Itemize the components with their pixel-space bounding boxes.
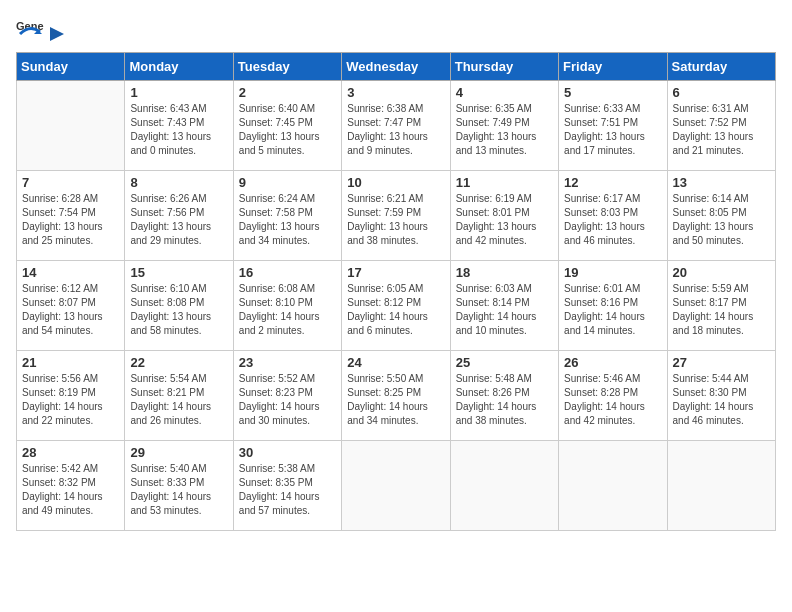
- calendar-cell: 16Sunrise: 6:08 AM Sunset: 8:10 PM Dayli…: [233, 261, 341, 351]
- day-info: Sunrise: 5:54 AM Sunset: 8:21 PM Dayligh…: [130, 372, 227, 428]
- day-info: Sunrise: 6:12 AM Sunset: 8:07 PM Dayligh…: [22, 282, 119, 338]
- day-info: Sunrise: 6:43 AM Sunset: 7:43 PM Dayligh…: [130, 102, 227, 158]
- day-number: 6: [673, 85, 770, 100]
- day-number: 28: [22, 445, 119, 460]
- calendar-cell: 9Sunrise: 6:24 AM Sunset: 7:58 PM Daylig…: [233, 171, 341, 261]
- day-number: 12: [564, 175, 661, 190]
- day-info: Sunrise: 6:24 AM Sunset: 7:58 PM Dayligh…: [239, 192, 336, 248]
- calendar-cell: 18Sunrise: 6:03 AM Sunset: 8:14 PM Dayli…: [450, 261, 558, 351]
- calendar-cell: 13Sunrise: 6:14 AM Sunset: 8:05 PM Dayli…: [667, 171, 775, 261]
- day-number: 22: [130, 355, 227, 370]
- day-info: Sunrise: 6:19 AM Sunset: 8:01 PM Dayligh…: [456, 192, 553, 248]
- day-info: Sunrise: 6:40 AM Sunset: 7:45 PM Dayligh…: [239, 102, 336, 158]
- calendar-cell: 17Sunrise: 6:05 AM Sunset: 8:12 PM Dayli…: [342, 261, 450, 351]
- weekday-header-sunday: Sunday: [17, 53, 125, 81]
- day-info: Sunrise: 6:05 AM Sunset: 8:12 PM Dayligh…: [347, 282, 444, 338]
- logo-icon: General: [16, 16, 44, 44]
- day-number: 1: [130, 85, 227, 100]
- calendar-cell: 25Sunrise: 5:48 AM Sunset: 8:26 PM Dayli…: [450, 351, 558, 441]
- weekday-header-saturday: Saturday: [667, 53, 775, 81]
- calendar-cell: [17, 81, 125, 171]
- calendar-cell: 2Sunrise: 6:40 AM Sunset: 7:45 PM Daylig…: [233, 81, 341, 171]
- day-info: Sunrise: 6:35 AM Sunset: 7:49 PM Dayligh…: [456, 102, 553, 158]
- day-info: Sunrise: 6:26 AM Sunset: 7:56 PM Dayligh…: [130, 192, 227, 248]
- day-number: 3: [347, 85, 444, 100]
- day-info: Sunrise: 5:52 AM Sunset: 8:23 PM Dayligh…: [239, 372, 336, 428]
- calendar-cell: 1Sunrise: 6:43 AM Sunset: 7:43 PM Daylig…: [125, 81, 233, 171]
- day-number: 9: [239, 175, 336, 190]
- day-number: 18: [456, 265, 553, 280]
- day-info: Sunrise: 5:59 AM Sunset: 8:17 PM Dayligh…: [673, 282, 770, 338]
- calendar-cell: 8Sunrise: 6:26 AM Sunset: 7:56 PM Daylig…: [125, 171, 233, 261]
- day-number: 8: [130, 175, 227, 190]
- calendar-cell: [342, 441, 450, 531]
- day-number: 5: [564, 85, 661, 100]
- calendar-cell: 30Sunrise: 5:38 AM Sunset: 8:35 PM Dayli…: [233, 441, 341, 531]
- calendar-cell: 22Sunrise: 5:54 AM Sunset: 8:21 PM Dayli…: [125, 351, 233, 441]
- day-number: 23: [239, 355, 336, 370]
- logo: General: [16, 16, 66, 44]
- day-number: 20: [673, 265, 770, 280]
- day-info: Sunrise: 6:31 AM Sunset: 7:52 PM Dayligh…: [673, 102, 770, 158]
- weekday-header-monday: Monday: [125, 53, 233, 81]
- day-number: 15: [130, 265, 227, 280]
- day-number: 26: [564, 355, 661, 370]
- logo-arrow-icon: [48, 23, 66, 45]
- calendar-cell: 28Sunrise: 5:42 AM Sunset: 8:32 PM Dayli…: [17, 441, 125, 531]
- day-info: Sunrise: 6:33 AM Sunset: 7:51 PM Dayligh…: [564, 102, 661, 158]
- day-info: Sunrise: 5:38 AM Sunset: 8:35 PM Dayligh…: [239, 462, 336, 518]
- day-info: Sunrise: 6:38 AM Sunset: 7:47 PM Dayligh…: [347, 102, 444, 158]
- day-info: Sunrise: 5:48 AM Sunset: 8:26 PM Dayligh…: [456, 372, 553, 428]
- calendar-cell: 26Sunrise: 5:46 AM Sunset: 8:28 PM Dayli…: [559, 351, 667, 441]
- day-info: Sunrise: 5:56 AM Sunset: 8:19 PM Dayligh…: [22, 372, 119, 428]
- day-number: 11: [456, 175, 553, 190]
- calendar-cell: [450, 441, 558, 531]
- calendar-cell: 5Sunrise: 6:33 AM Sunset: 7:51 PM Daylig…: [559, 81, 667, 171]
- calendar-cell: 23Sunrise: 5:52 AM Sunset: 8:23 PM Dayli…: [233, 351, 341, 441]
- calendar-cell: 29Sunrise: 5:40 AM Sunset: 8:33 PM Dayli…: [125, 441, 233, 531]
- calendar-cell: 20Sunrise: 5:59 AM Sunset: 8:17 PM Dayli…: [667, 261, 775, 351]
- day-number: 24: [347, 355, 444, 370]
- day-number: 7: [22, 175, 119, 190]
- day-number: 19: [564, 265, 661, 280]
- day-number: 4: [456, 85, 553, 100]
- day-info: Sunrise: 6:14 AM Sunset: 8:05 PM Dayligh…: [673, 192, 770, 248]
- calendar-cell: 21Sunrise: 5:56 AM Sunset: 8:19 PM Dayli…: [17, 351, 125, 441]
- day-info: Sunrise: 5:46 AM Sunset: 8:28 PM Dayligh…: [564, 372, 661, 428]
- calendar-cell: 12Sunrise: 6:17 AM Sunset: 8:03 PM Dayli…: [559, 171, 667, 261]
- day-number: 21: [22, 355, 119, 370]
- day-info: Sunrise: 6:21 AM Sunset: 7:59 PM Dayligh…: [347, 192, 444, 248]
- day-info: Sunrise: 5:40 AM Sunset: 8:33 PM Dayligh…: [130, 462, 227, 518]
- day-number: 10: [347, 175, 444, 190]
- day-number: 2: [239, 85, 336, 100]
- day-info: Sunrise: 6:08 AM Sunset: 8:10 PM Dayligh…: [239, 282, 336, 338]
- day-info: Sunrise: 6:28 AM Sunset: 7:54 PM Dayligh…: [22, 192, 119, 248]
- day-number: 13: [673, 175, 770, 190]
- weekday-header-thursday: Thursday: [450, 53, 558, 81]
- day-number: 17: [347, 265, 444, 280]
- calendar-cell: 3Sunrise: 6:38 AM Sunset: 7:47 PM Daylig…: [342, 81, 450, 171]
- day-number: 14: [22, 265, 119, 280]
- calendar-cell: 11Sunrise: 6:19 AM Sunset: 8:01 PM Dayli…: [450, 171, 558, 261]
- day-number: 30: [239, 445, 336, 460]
- weekday-header-wednesday: Wednesday: [342, 53, 450, 81]
- page-header: General: [16, 16, 776, 44]
- weekday-header-tuesday: Tuesday: [233, 53, 341, 81]
- calendar-cell: 14Sunrise: 6:12 AM Sunset: 8:07 PM Dayli…: [17, 261, 125, 351]
- calendar-cell: 27Sunrise: 5:44 AM Sunset: 8:30 PM Dayli…: [667, 351, 775, 441]
- calendar-cell: 15Sunrise: 6:10 AM Sunset: 8:08 PM Dayli…: [125, 261, 233, 351]
- day-info: Sunrise: 5:44 AM Sunset: 8:30 PM Dayligh…: [673, 372, 770, 428]
- calendar-cell: 24Sunrise: 5:50 AM Sunset: 8:25 PM Dayli…: [342, 351, 450, 441]
- day-info: Sunrise: 6:01 AM Sunset: 8:16 PM Dayligh…: [564, 282, 661, 338]
- day-number: 25: [456, 355, 553, 370]
- day-number: 27: [673, 355, 770, 370]
- calendar-table: SundayMondayTuesdayWednesdayThursdayFrid…: [16, 52, 776, 531]
- calendar-cell: 10Sunrise: 6:21 AM Sunset: 7:59 PM Dayli…: [342, 171, 450, 261]
- day-info: Sunrise: 6:03 AM Sunset: 8:14 PM Dayligh…: [456, 282, 553, 338]
- calendar-cell: 6Sunrise: 6:31 AM Sunset: 7:52 PM Daylig…: [667, 81, 775, 171]
- day-number: 16: [239, 265, 336, 280]
- calendar-cell: [667, 441, 775, 531]
- calendar-cell: 4Sunrise: 6:35 AM Sunset: 7:49 PM Daylig…: [450, 81, 558, 171]
- day-info: Sunrise: 6:17 AM Sunset: 8:03 PM Dayligh…: [564, 192, 661, 248]
- day-info: Sunrise: 6:10 AM Sunset: 8:08 PM Dayligh…: [130, 282, 227, 338]
